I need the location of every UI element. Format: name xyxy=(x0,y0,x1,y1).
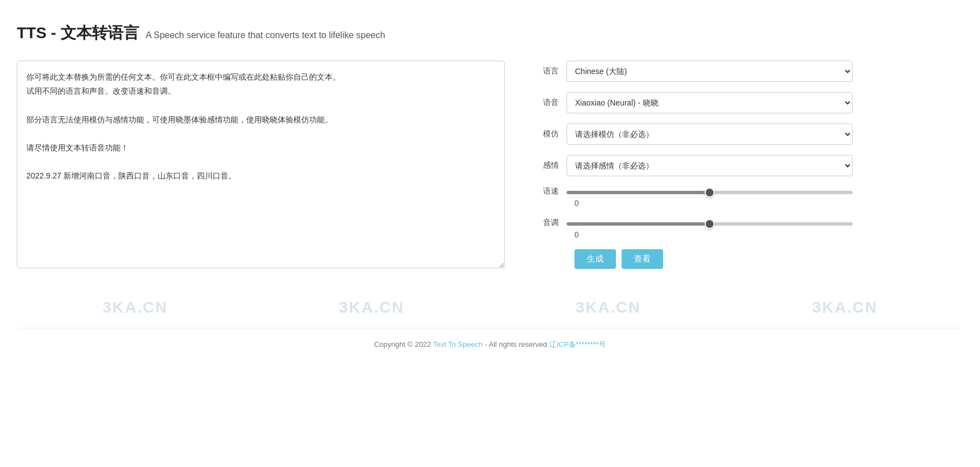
pitch-value: 0 xyxy=(574,230,853,239)
pitch-row: 音调 xyxy=(539,218,853,228)
voice-row: 语音 Xiaoxiao (Neural) - 晓晓 Xiaoyi (Neural… xyxy=(539,92,853,113)
footer-copyright: Copyright © 2022 xyxy=(374,340,433,349)
emotion-label: 感情 xyxy=(539,161,567,171)
pitch-slider-wrapper xyxy=(567,218,853,228)
watermark-1: 3KA.CN xyxy=(103,299,168,317)
action-buttons: 生成 查看 xyxy=(574,249,853,269)
imitate-input-wrapper: 请选择模仿（非必选） xyxy=(567,123,853,145)
imitate-select[interactable]: 请选择模仿（非必选） xyxy=(567,123,853,145)
page-header: TTS - 文本转语言 A Speech service feature tha… xyxy=(17,22,963,44)
main-text-input[interactable]: 你可将此文本替换为所需的任何文本。你可在此文本框中编写或在此处粘贴你自己的文本。… xyxy=(17,61,505,268)
pitch-slider[interactable] xyxy=(567,222,853,226)
footer-icp[interactable]: 辽ICP备********号 xyxy=(549,340,606,349)
voice-label: 语音 xyxy=(539,98,567,108)
pitch-label: 音调 xyxy=(539,218,567,228)
speed-slider[interactable] xyxy=(567,191,853,194)
imitate-label: 模仿 xyxy=(539,129,567,139)
generate-button[interactable]: 生成 xyxy=(574,249,616,269)
language-label: 语言 xyxy=(539,66,567,76)
imitate-row: 模仿 请选择模仿（非必选） xyxy=(539,123,853,145)
view-button[interactable]: 查看 xyxy=(622,249,663,269)
watermark-section: 3KA.CN 3KA.CN 3KA.CN 3KA.CN xyxy=(17,282,963,328)
language-input-wrapper: Chinese (大陆) English (US) Japanese Korea… xyxy=(567,61,853,82)
speed-value: 0 xyxy=(574,199,853,208)
footer-link[interactable]: Text To Speech xyxy=(433,340,483,349)
pitch-section: 音调 0 xyxy=(539,218,853,239)
controls-section: 语言 Chinese (大陆) English (US) Japanese Ko… xyxy=(539,61,853,269)
page-title-main: TTS - 文本转语言 xyxy=(17,22,139,44)
speed-row: 语速 xyxy=(539,186,853,196)
voice-input-wrapper: Xiaoxiao (Neural) - 晓晓 Xiaoyi (Neural) -… xyxy=(567,92,853,113)
voice-select[interactable]: Xiaoxiao (Neural) - 晓晓 Xiaoyi (Neural) -… xyxy=(567,92,853,113)
main-content: 你可将此文本替换为所需的任何文本。你可在此文本框中编写或在此处粘贴你自己的文本。… xyxy=(17,61,963,271)
footer-middle: - All rights reserved xyxy=(485,340,549,349)
emotion-select[interactable]: 请选择感情（非必选） xyxy=(567,155,853,176)
language-row: 语言 Chinese (大陆) English (US) Japanese Ko… xyxy=(539,61,853,82)
watermark-4: 3KA.CN xyxy=(812,299,877,317)
text-area-section: 你可将此文本替换为所需的任何文本。你可在此文本框中编写或在此处粘贴你自己的文本。… xyxy=(17,61,505,271)
emotion-row: 感情 请选择感情（非必选） xyxy=(539,155,853,176)
speed-section: 语速 0 xyxy=(539,186,853,208)
speed-slider-wrapper xyxy=(567,186,853,196)
footer: Copyright © 2022 Text To Speech - All ri… xyxy=(0,328,980,367)
emotion-input-wrapper: 请选择感情（非必选） xyxy=(567,155,853,176)
speed-label: 语速 xyxy=(539,186,567,196)
watermark-2: 3KA.CN xyxy=(339,299,404,317)
language-select[interactable]: Chinese (大陆) English (US) Japanese Korea… xyxy=(567,61,853,82)
page-title-sub: A Speech service feature that converts t… xyxy=(146,30,385,40)
watermark-3: 3KA.CN xyxy=(576,299,641,317)
